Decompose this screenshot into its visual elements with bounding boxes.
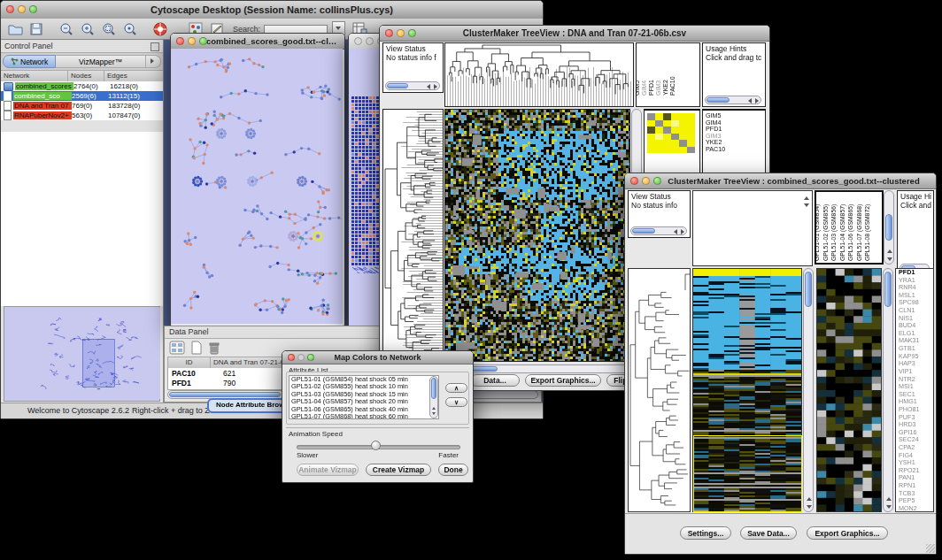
done-button[interactable]: Done bbox=[438, 464, 468, 476]
gene-label[interactable]: PFD1 bbox=[899, 269, 933, 277]
gene-label[interactable]: MAK31 bbox=[899, 337, 933, 345]
zoom-in-icon[interactable] bbox=[77, 20, 98, 38]
gene-label[interactable]: TCB3 bbox=[899, 490, 933, 498]
gene-label[interactable]: PAN1 bbox=[899, 474, 933, 482]
gene-label[interactable]: RPO21 bbox=[899, 467, 933, 475]
dna-heatmap[interactable] bbox=[444, 109, 630, 362]
select-attributes-icon[interactable] bbox=[169, 341, 185, 358]
zoom-fit-icon[interactable] bbox=[120, 20, 141, 38]
gene-label[interactable]: PHO81 bbox=[899, 406, 933, 414]
network-tree-row[interactable]: RNAPuberNov2+ 563(0) 107847(0) bbox=[1, 111, 163, 120]
gene-label[interactable]: PEP5 bbox=[899, 497, 933, 505]
gene-label[interactable]: NTR2 bbox=[899, 376, 933, 384]
network-view-title-bar[interactable]: combined_scores_good.txt--cluste... bbox=[171, 34, 344, 50]
attribute-list-vscrollbar[interactable] bbox=[429, 376, 438, 418]
dna-row-dendrogram[interactable] bbox=[382, 109, 444, 362]
minimize-icon[interactable] bbox=[18, 5, 26, 13]
gene-label[interactable]: SEC1 bbox=[899, 391, 933, 399]
new-attribute-icon[interactable] bbox=[190, 341, 203, 358]
gene-label[interactable]: RPN1 bbox=[899, 482, 933, 490]
scroll-down-icon[interactable] bbox=[887, 257, 892, 261]
resize-grip[interactable] bbox=[926, 544, 935, 553]
scroll-left-icon[interactable] bbox=[748, 98, 752, 104]
dna-column-dendrogram-canvas[interactable] bbox=[445, 43, 633, 106]
main-title-bar[interactable]: Cytoscape Desktop (Session Name: collins… bbox=[1, 1, 543, 19]
scrollbar-thumb[interactable] bbox=[169, 392, 281, 397]
gene-label[interactable]: HRD3 bbox=[899, 421, 933, 429]
gene-label[interactable]: YSH1 bbox=[899, 459, 933, 467]
scroll-down-icon[interactable] bbox=[432, 412, 436, 415]
close-icon[interactable] bbox=[6, 5, 14, 13]
scroll-up-icon[interactable] bbox=[432, 407, 436, 410]
scroll-up-icon[interactable] bbox=[807, 497, 812, 501]
network-tree-row[interactable]: combined_scores 2764(0) 16218(0) bbox=[1, 81, 163, 91]
network-overview-canvas[interactable] bbox=[4, 307, 160, 399]
delete-attribute-icon[interactable] bbox=[208, 341, 220, 358]
gene-label[interactable]: SPC98 bbox=[899, 299, 933, 307]
tab-overflow-button[interactable] bbox=[146, 55, 161, 68]
zoom-window-icon[interactable] bbox=[307, 354, 314, 361]
row-label[interactable]: GIM4 bbox=[706, 119, 765, 127]
row-label[interactable]: PAC10 bbox=[706, 146, 765, 153]
minimize-icon[interactable] bbox=[397, 29, 405, 37]
row-label[interactable]: GIM3 bbox=[706, 133, 765, 140]
scroll-down-icon[interactable] bbox=[807, 505, 812, 509]
scrollbar-thumb[interactable] bbox=[431, 378, 436, 399]
attribute-list-item[interactable]: GPL51-04 (GSM857) heat shock 20 min bbox=[290, 398, 438, 405]
column-label[interactable]: YKE2 bbox=[662, 80, 668, 96]
gene-label[interactable]: MSI1 bbox=[899, 383, 933, 391]
minimize-icon[interactable] bbox=[366, 37, 374, 45]
scrollbar-thumb[interactable] bbox=[387, 83, 408, 88]
export-graphics-button[interactable]: Export Graphics... bbox=[525, 374, 601, 387]
zoom-out-icon[interactable] bbox=[56, 20, 77, 38]
close-icon[interactable] bbox=[630, 177, 638, 185]
attribute-list-item[interactable]: GPL51-02 (GSM855) heat shock 10 min bbox=[290, 383, 438, 390]
minimize-icon[interactable] bbox=[297, 354, 305, 361]
zoom-window-icon[interactable] bbox=[653, 177, 661, 185]
column-label[interactable]: GPL51-04 (GSM857) bbox=[839, 204, 845, 261]
gene-label[interactable]: GPI16 bbox=[899, 429, 933, 437]
combined-detail-heatmap[interactable] bbox=[816, 268, 882, 512]
close-icon[interactable] bbox=[288, 354, 295, 361]
minimize-icon[interactable] bbox=[188, 37, 196, 45]
network-overview[interactable] bbox=[4, 306, 160, 402]
detail-heatmap-vscrollbar[interactable] bbox=[883, 268, 893, 512]
column-label[interactable]: GPL51-06 (GSM865) bbox=[847, 204, 853, 261]
help-icon[interactable] bbox=[150, 20, 171, 38]
treeview-dna-title-bar[interactable]: ClusterMaker TreeView : DNA and Tran 07-… bbox=[380, 26, 769, 42]
column-label[interactable]: GIM5 bbox=[636, 81, 640, 96]
gene-label[interactable]: MSL1 bbox=[899, 292, 933, 300]
settings-button[interactable]: Settings... bbox=[680, 526, 731, 540]
zoom-window-icon[interactable] bbox=[29, 5, 37, 13]
treeview-combined-title-bar[interactable]: ClusterMaker TreeView : combined_scores_… bbox=[625, 173, 936, 189]
row-label[interactable]: YKE2 bbox=[706, 139, 765, 146]
dna-column-dendrogram[interactable] bbox=[444, 42, 634, 107]
row-label[interactable]: PFD1 bbox=[706, 126, 765, 133]
gene-label[interactable]: CPA2 bbox=[899, 444, 933, 452]
save-icon[interactable] bbox=[26, 20, 47, 38]
column-label[interactable]: PAC10 bbox=[669, 76, 676, 96]
move-up-button[interactable]: ∧ bbox=[445, 383, 467, 393]
attribute-list-item[interactable]: GPL51-07 (GSM868) heat shock 60 min bbox=[290, 413, 438, 419]
scroll-up-icon[interactable] bbox=[804, 196, 809, 200]
column-label[interactable]: GPL51-02 (GSM855) bbox=[822, 204, 829, 261]
gene-label[interactable]: HMG1 bbox=[899, 398, 933, 406]
attribute-list-item[interactable]: GPL51-06 (GSM865) heat shock 40 min bbox=[290, 406, 438, 413]
open-file-icon[interactable] bbox=[4, 20, 26, 38]
column-label[interactable]: GIM3 bbox=[655, 81, 661, 96]
gene-label[interactable]: RNR4 bbox=[899, 284, 933, 292]
scroll-down-icon[interactable] bbox=[886, 505, 892, 509]
close-icon[interactable] bbox=[385, 29, 393, 37]
column-label[interactable]: GPL51-07 (GSM868) bbox=[856, 204, 862, 261]
view-status-scrollbar[interactable] bbox=[630, 226, 687, 235]
tab-network[interactable]: Network bbox=[3, 55, 56, 68]
close-icon[interactable] bbox=[176, 37, 184, 45]
column-label[interactable]: GPL51-01 (GSM854) bbox=[815, 204, 820, 261]
gene-label[interactable]: GTB1 bbox=[899, 345, 933, 353]
scroll-down-icon[interactable] bbox=[804, 203, 809, 207]
gene-label[interactable]: YRA1 bbox=[899, 277, 933, 285]
export-graphics-button[interactable]: Export Graphics... bbox=[807, 526, 888, 540]
gene-label[interactable]: VIP1 bbox=[899, 368, 933, 376]
row-label[interactable]: GIM5 bbox=[706, 112, 765, 119]
zoom-selected-icon[interactable] bbox=[98, 20, 120, 38]
